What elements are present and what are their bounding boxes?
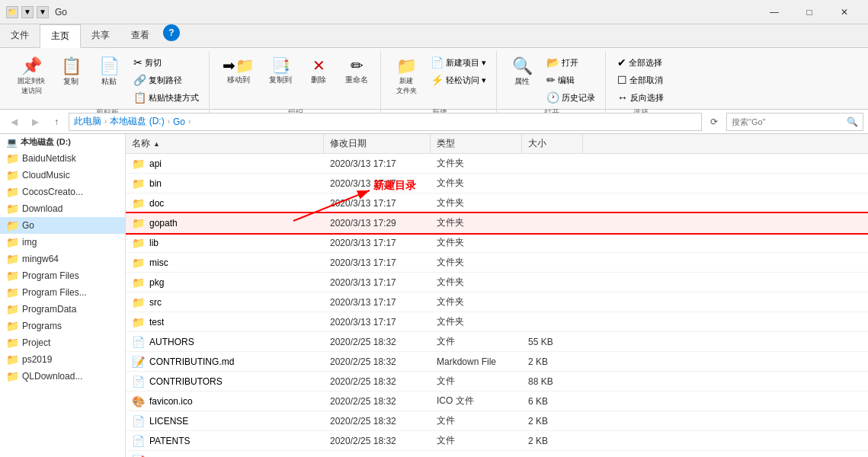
file-date: 2020/3/13 17:17: [324, 317, 431, 328]
properties-button[interactable]: 🔍 属性: [504, 54, 540, 91]
tab-view[interactable]: 查看: [120, 24, 160, 47]
address-path[interactable]: 此电脑 › 本地磁盘 (D:) › Go ›: [69, 113, 702, 131]
select-all-button[interactable]: ✔ 全部选择: [613, 54, 668, 71]
file-type: 文件夹: [431, 236, 522, 249]
table-row[interactable]: 📄 PATENTS 2020/2/25 18:32 文件 2 KB: [126, 431, 868, 451]
maximize-button[interactable]: □: [792, 0, 827, 24]
sidebar-item-mingw64[interactable]: 📁 mingw64: [0, 251, 125, 267]
file-name: lib: [149, 238, 159, 248]
open-button[interactable]: 📂 打开: [543, 54, 599, 71]
table-row[interactable]: 📝 README.md 2020/2/25 18:32 Markdown Fil…: [126, 451, 868, 457]
table-row[interactable]: 📄 LICENSE 2020/2/25 18:32 文件 2 KB: [126, 411, 868, 431]
breadcrumb-go[interactable]: Go: [173, 117, 185, 127]
new-items: 📁 新建文件夹 📄 新建项目 ▾ ⚡ 轻松访问 ▾: [389, 54, 490, 106]
tab-share[interactable]: 共享: [81, 24, 120, 47]
table-row[interactable]: 📄 AUTHORS 2020/2/25 18:32 文件 55 KB: [126, 332, 868, 352]
file-type: 文件: [431, 414, 522, 427]
sidebar-item-programs[interactable]: 📁 Programs: [0, 318, 125, 334]
copy-to-button[interactable]: 📑 复制到: [263, 54, 298, 89]
cut-button[interactable]: ✂ 剪切: [130, 54, 203, 71]
deselect-all-button[interactable]: ☐ 全部取消: [613, 72, 668, 88]
col-header-size[interactable]: 大小: [522, 134, 583, 153]
help-button[interactable]: ?: [163, 24, 180, 41]
paste-shortcut-button[interactable]: 📋 粘贴快捷方式: [130, 89, 203, 106]
copy-label: 复制: [63, 76, 78, 87]
search-icon[interactable]: 🔍: [847, 117, 858, 127]
sidebar-item-go[interactable]: 📁 Go: [0, 217, 125, 234]
table-row[interactable]: 📁 misc 2020/3/13 17:17 文件夹: [126, 253, 868, 273]
table-row[interactable]: 📁 gopath 2020/3/13 17:29 文件夹: [126, 213, 868, 233]
tab-home[interactable]: 主页: [40, 24, 81, 48]
sidebar-item-download[interactable]: 📁 Download: [0, 200, 125, 217]
ribbon-tabs: 文件 主页 共享 查看 ?: [0, 24, 868, 48]
search-input[interactable]: [732, 117, 847, 126]
file-date: 2020/2/25 18:32: [324, 416, 431, 427]
paste-button[interactable]: 📄 粘贴: [91, 54, 127, 91]
file-type: 文件夹: [431, 256, 522, 269]
easy-access-icon: ⚡: [431, 74, 444, 86]
file-icon: 📄: [132, 336, 145, 348]
minimize-button[interactable]: —: [757, 0, 792, 24]
copy-path-button[interactable]: 🔗 复制路径: [130, 72, 203, 88]
table-row[interactable]: 📁 bin 2020/3/13 17:17 文件夹: [126, 174, 868, 193]
copy-button[interactable]: 📋 复制: [53, 54, 88, 91]
delete-button[interactable]: ✕ 删除: [301, 54, 336, 89]
col-header-date[interactable]: 修改日期: [324, 134, 431, 153]
refresh-button[interactable]: ⟳: [705, 113, 723, 131]
file-type: 文件夹: [431, 177, 522, 190]
folder-icon: 📁: [6, 320, 19, 332]
col-header-type[interactable]: 类型: [431, 134, 522, 153]
back-button[interactable]: ◀: [5, 113, 23, 131]
history-label: 历史记录: [562, 92, 595, 104]
table-row[interactable]: 🎨 favicon.ico 2020/2/25 18:32 ICO 文件 6 K…: [126, 391, 868, 411]
pin-label: 固定到快速访问: [18, 76, 45, 96]
file-type: 文件夹: [431, 296, 522, 308]
sidebar-item-baidunetdisk[interactable]: 📁 BaiduNetdisk: [0, 150, 125, 167]
open-small-items: 📂 打开 ✏ 编辑 🕐 历史记录: [543, 54, 599, 106]
table-row[interactable]: 📁 doc 2020/3/13 17:17 文件夹: [126, 193, 868, 213]
invert-selection-button[interactable]: ↔ 反向选择: [613, 89, 668, 106]
folder-icon: 📁: [6, 152, 19, 165]
table-row[interactable]: 📁 lib 2020/3/13 17:17 文件夹: [126, 233, 868, 253]
sidebar-item-ps2019[interactable]: 📁 ps2019: [0, 351, 125, 368]
sidebar-drive-label[interactable]: 本地磁盘 (D:): [21, 136, 71, 148]
table-row[interactable]: 📁 test 2020/3/13 17:17 文件夹: [126, 312, 868, 332]
table-row[interactable]: 📁 api 2020/3/13 17:17 文件夹: [126, 154, 868, 174]
sidebar-item-cocoscreator[interactable]: 📁 CocosCreato...: [0, 184, 125, 200]
copy-path-icon: 🔗: [133, 74, 146, 86]
up-button[interactable]: ↑: [47, 113, 66, 131]
edit-button[interactable]: ✏ 编辑: [543, 72, 599, 88]
pin-to-quick-access-button[interactable]: 📌 固定到快速访问: [12, 54, 50, 100]
table-row[interactable]: 📄 CONTRIBUTORS 2020/2/25 18:32 文件 88 KB: [126, 372, 868, 391]
copy-path-label: 复制路径: [149, 75, 182, 86]
sidebar-item-project[interactable]: 📁 Project: [0, 334, 125, 351]
new-item-button[interactable]: 📄 新建项目 ▾: [427, 54, 490, 71]
forward-button[interactable]: ▶: [26, 113, 44, 131]
tab-file[interactable]: 文件: [0, 24, 40, 47]
sidebar-drive-header: 💻 本地磁盘 (D:): [0, 134, 125, 150]
copy-to-icon: 📑: [271, 58, 290, 73]
sidebar-item-img[interactable]: 📁 img: [0, 234, 125, 251]
history-button[interactable]: 🕐 历史记录: [543, 89, 599, 106]
sidebar-item-programdata[interactable]: 📁 ProgramData: [0, 301, 125, 318]
sidebar-item-cloudmusic[interactable]: 📁 CloudMusic: [0, 167, 125, 184]
breadcrumb-computer[interactable]: 此电脑: [74, 115, 101, 128]
table-row[interactable]: 📁 pkg 2020/3/13 17:17 文件夹: [126, 273, 868, 292]
file-date: 2020/2/25 18:32: [324, 436, 431, 446]
col-header-name[interactable]: 名称 ▲: [126, 134, 324, 153]
clipboard-small-items: ✂ 剪切 🔗 复制路径 📋 粘贴快捷方式: [130, 54, 203, 106]
table-row[interactable]: 📝 CONTRIBUTING.md 2020/2/25 18:32 Markdo…: [126, 352, 868, 372]
cut-icon: ✂: [133, 56, 143, 69]
move-to-button[interactable]: ➡📁 移动到: [217, 54, 260, 89]
folder-icon: 📁: [6, 370, 19, 382]
sidebar-item-program-files-x86[interactable]: 📁 Program Files...: [0, 284, 125, 301]
table-row[interactable]: 📁 src 2020/3/13 17:17 文件夹: [126, 292, 868, 312]
new-folder-button[interactable]: 📁 新建文件夹: [389, 54, 424, 100]
sidebar-item-qldownload[interactable]: 📁 QLDownload...: [0, 368, 125, 385]
sidebar-item-program-files[interactable]: 📁 Program Files: [0, 267, 125, 284]
rename-button[interactable]: ✏ 重命名: [339, 54, 374, 89]
breadcrumb-drive[interactable]: 本地磁盘 (D:): [110, 115, 164, 128]
easy-access-button[interactable]: ⚡ 轻松访问 ▾: [427, 72, 490, 88]
file-type: 文件: [431, 335, 522, 348]
close-button[interactable]: ✕: [827, 0, 862, 24]
